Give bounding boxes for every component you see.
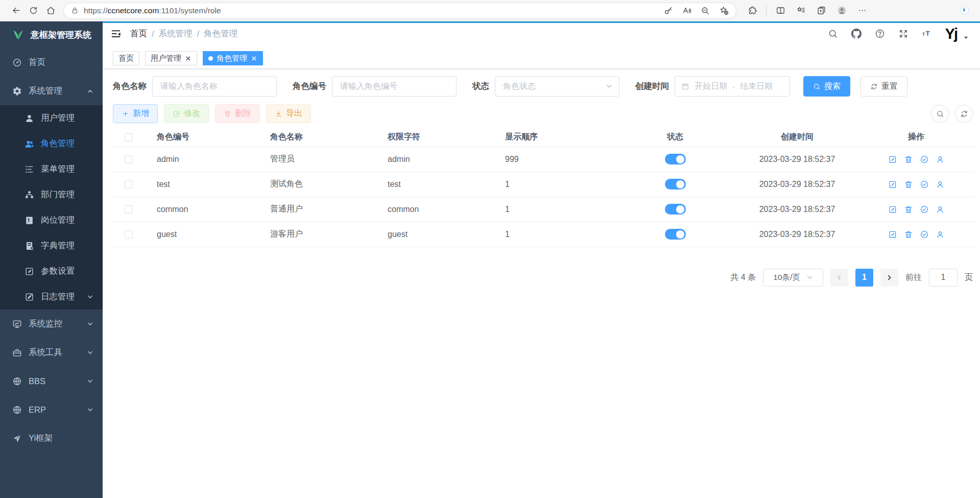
close-icon[interactable] bbox=[185, 55, 192, 62]
search-icon[interactable] bbox=[828, 29, 838, 39]
table-refresh-button[interactable] bbox=[955, 105, 973, 123]
favorites-button[interactable] bbox=[792, 2, 809, 19]
next-page-button[interactable] bbox=[880, 269, 898, 287]
row-checkbox[interactable] bbox=[125, 180, 133, 188]
page-size-select[interactable]: 10条/页 bbox=[763, 269, 823, 287]
split-screen-button[interactable] bbox=[772, 2, 789, 19]
row-actions bbox=[858, 155, 974, 164]
caret-down-icon[interactable] bbox=[963, 35, 969, 40]
status-toggle[interactable] bbox=[665, 179, 686, 189]
chevron-down-icon bbox=[87, 294, 93, 300]
row-checkbox[interactable] bbox=[125, 205, 133, 214]
home-icon bbox=[46, 6, 56, 15]
start-date-placeholder: 开始日期 bbox=[695, 81, 727, 92]
read-aloud-button[interactable] bbox=[680, 4, 694, 18]
check-circle-icon[interactable] bbox=[920, 230, 929, 239]
collapse-sidebar-icon[interactable] bbox=[110, 28, 122, 39]
cell-role-code: admin bbox=[145, 147, 258, 172]
breadcrumb-item[interactable]: 首页 bbox=[130, 28, 147, 39]
tab-user-mgmt[interactable]: 用户管理 bbox=[145, 51, 197, 65]
export-button[interactable]: 导出 bbox=[266, 104, 311, 123]
edit-icon bbox=[173, 110, 180, 117]
role-name-input[interactable] bbox=[152, 76, 277, 97]
edit-square-icon[interactable] bbox=[888, 230, 897, 239]
edit-square-icon[interactable] bbox=[888, 155, 897, 164]
user-outline-icon[interactable] bbox=[936, 155, 945, 164]
status-toggle[interactable] bbox=[665, 229, 686, 240]
goto-page-input[interactable] bbox=[929, 269, 958, 287]
tab-role-mgmt[interactable]: 角色管理 bbox=[203, 51, 263, 65]
password-button[interactable] bbox=[661, 4, 676, 18]
add-button[interactable]: 新增 bbox=[113, 104, 158, 123]
status-select[interactable]: 角色状态 bbox=[495, 76, 619, 97]
extensions-button[interactable] bbox=[744, 2, 761, 19]
trash-icon[interactable] bbox=[904, 205, 913, 214]
reset-button[interactable]: 重置 bbox=[861, 76, 907, 97]
cell-order: 1 bbox=[493, 197, 614, 222]
close-icon[interactable] bbox=[251, 55, 257, 62]
sidebar-item-post-mgmt[interactable]: 岗位管理 bbox=[0, 207, 103, 233]
trash-icon[interactable] bbox=[904, 230, 913, 239]
tab-home[interactable]: 首页 bbox=[113, 51, 139, 65]
status-toggle[interactable] bbox=[665, 154, 686, 164]
user-outline-icon[interactable] bbox=[936, 230, 945, 239]
sidebar-item-home[interactable]: 首页 bbox=[0, 48, 103, 77]
sidebar-item-bbs[interactable]: BBS bbox=[0, 367, 103, 395]
sidebar-item-role-mgmt[interactable]: 角色管理 bbox=[0, 131, 103, 156]
sidebar-item-dept-mgmt[interactable]: 部门管理 bbox=[0, 182, 103, 207]
help-icon[interactable] bbox=[875, 29, 885, 39]
browser-menu-button[interactable] bbox=[853, 2, 871, 19]
user-outline-icon[interactable] bbox=[936, 205, 945, 214]
sidebar-item-dict-mgmt[interactable]: 字典管理 bbox=[0, 233, 103, 258]
sidebar-item-system-tools[interactable]: 系统工具 bbox=[0, 338, 103, 367]
browser-home-button[interactable] bbox=[42, 2, 59, 19]
check-circle-icon[interactable] bbox=[920, 205, 929, 214]
user-outline-icon[interactable] bbox=[936, 180, 945, 189]
edit-square-icon[interactable] bbox=[888, 180, 897, 189]
chevron-left-icon bbox=[836, 274, 843, 281]
breadcrumb-item: 角色管理 bbox=[204, 28, 237, 39]
sidebar-item-menu-mgmt[interactable]: 菜单管理 bbox=[0, 156, 103, 182]
breadcrumb-item[interactable]: 系统管理 bbox=[159, 28, 193, 39]
row-checkbox[interactable] bbox=[125, 155, 133, 163]
profile-button[interactable] bbox=[833, 2, 850, 19]
select-all-checkbox[interactable] bbox=[125, 133, 133, 141]
add-favorite-button[interactable] bbox=[716, 4, 731, 18]
browser-refresh-button[interactable] bbox=[25, 2, 42, 19]
sidebar-item-user-mgmt[interactable]: 用户管理 bbox=[0, 105, 103, 131]
page-number-current[interactable]: 1 bbox=[855, 269, 873, 287]
trash-icon[interactable] bbox=[904, 155, 913, 164]
sidebar-item-erp[interactable]: ERP bbox=[0, 395, 103, 424]
copilot-button[interactable] bbox=[955, 2, 973, 19]
edit-square-icon[interactable] bbox=[888, 205, 897, 214]
cell-perm: common bbox=[375, 197, 493, 222]
edit-button[interactable]: 修改 bbox=[164, 104, 209, 123]
font-size-icon[interactable]: TT bbox=[922, 29, 932, 39]
check-circle-icon[interactable] bbox=[920, 180, 929, 189]
fullscreen-icon[interactable] bbox=[898, 29, 909, 39]
url-bar[interactable]: https://ccnetcore.com:1101/system/role bbox=[63, 3, 736, 19]
collections-button[interactable] bbox=[812, 2, 830, 19]
chevron-down-icon bbox=[87, 321, 93, 327]
sidebar-item-system-mgmt[interactable]: 系统管理 bbox=[0, 77, 103, 105]
delete-button[interactable]: 删除 bbox=[215, 104, 260, 123]
check-circle-icon[interactable] bbox=[920, 155, 929, 164]
trash-icon[interactable] bbox=[904, 180, 913, 189]
sidebar-item-log-mgmt[interactable]: 日志管理 bbox=[0, 284, 103, 310]
github-icon[interactable] bbox=[851, 29, 862, 39]
browser-back-button[interactable] bbox=[7, 2, 25, 19]
add-button-label: 新增 bbox=[133, 108, 149, 119]
date-range-picker[interactable]: 开始日期 - 结束日期 bbox=[675, 76, 790, 97]
prev-page-button[interactable] bbox=[830, 269, 848, 287]
row-checkbox[interactable] bbox=[125, 230, 133, 239]
app-logo: 意框架管理系统 bbox=[0, 21, 103, 48]
sidebar-item-system-monitor[interactable]: 系统监控 bbox=[0, 310, 103, 338]
user-logo[interactable]: Yj bbox=[945, 27, 957, 41]
table-search-button[interactable] bbox=[931, 105, 949, 123]
sidebar-item-param-settings[interactable]: 参数设置 bbox=[0, 258, 103, 284]
status-toggle[interactable] bbox=[665, 204, 686, 215]
role-code-input[interactable] bbox=[332, 76, 457, 97]
zoom-button[interactable] bbox=[698, 4, 712, 18]
sidebar-item-yi-framework[interactable]: Yi框架 bbox=[0, 424, 103, 453]
search-button[interactable]: 搜索 bbox=[803, 76, 850, 97]
